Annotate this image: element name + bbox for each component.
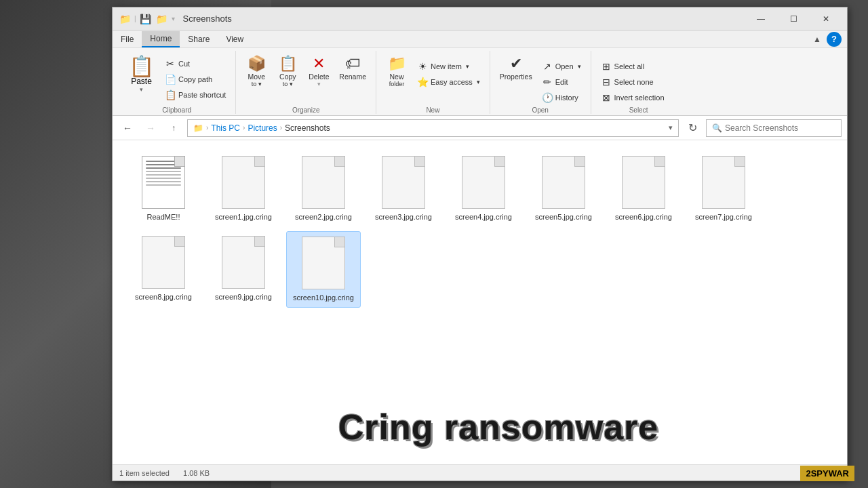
generic-file-icon-9: [222, 236, 265, 289]
delete-button[interactable]: ✕ Delete ▾: [304, 54, 334, 90]
open-items: ✔ Properties ↗ Open ▾ ✏ Edit 🕐 H: [496, 51, 585, 105]
copy-to-sub: to ▾: [283, 81, 293, 87]
new-small-col: ☀ New item ▾ ⭐ Easy access ▾: [413, 56, 484, 89]
new-item-button[interactable]: ☀ New item ▾: [413, 59, 484, 74]
breadcrumb: 📁 › This PC › Pictures › Screenshots ▾: [187, 119, 679, 137]
file-item-7[interactable]: screen7.jpg.cring: [686, 151, 761, 226]
file-name-6: screen6.jpg.cring: [615, 212, 672, 222]
properties-button[interactable]: ✔ Properties: [496, 54, 536, 83]
select-all-button[interactable]: ⊞ Select all: [597, 59, 669, 74]
file-name-0: ReadME!!: [147, 212, 180, 222]
breadcrumb-dropdown[interactable]: ▾: [669, 123, 673, 132]
ribbon-organize-group: 📦 Move to ▾ 📋 Copy to ▾ ✕ Delete ▾ 🏷 Ren…: [236, 51, 376, 114]
select-none-icon: ⊟: [601, 77, 612, 87]
easy-access-button[interactable]: ⭐ Easy access ▾: [413, 75, 484, 89]
file-item-4[interactable]: screen4.jpg.cring: [446, 151, 521, 226]
refresh-button[interactable]: ↻: [683, 119, 702, 137]
new-folder-label: New: [390, 73, 404, 81]
cut-label: Cut: [178, 60, 190, 68]
menu-view[interactable]: View: [218, 32, 252, 47]
help-button[interactable]: ?: [827, 32, 842, 47]
menu-file[interactable]: File: [113, 32, 142, 47]
menu-bar: File Home Share View ▲ ?: [113, 30, 847, 48]
file-name-3: screen3.jpg.cring: [375, 212, 432, 222]
select-none-button[interactable]: ⊟ Select none: [597, 75, 669, 89]
rename-label: Rename: [339, 73, 366, 81]
file-name-8: screen8.jpg.cring: [135, 292, 192, 302]
delete-label: Delete: [309, 73, 329, 81]
cut-icon: ✂: [165, 58, 176, 69]
breadcrumb-screenshots: Screenshots: [285, 123, 330, 133]
title-bar-icons: 📁 | 💾 📁 ▾: [118, 12, 175, 26]
file-icon-10: [296, 236, 351, 290]
file-name-10: screen10.jpg.cring: [293, 293, 354, 302]
breadcrumb-this-pc[interactable]: This PC: [211, 123, 240, 133]
file-item-1[interactable]: screen1.jpg.cring: [206, 151, 281, 226]
open-button[interactable]: ↗ Open ▾: [538, 59, 585, 74]
file-icon-6: [616, 155, 671, 209]
new-folder-button[interactable]: 📁 New folder: [382, 54, 412, 90]
spyware-badge: 2SPYWAR: [800, 466, 854, 481]
ribbon-clipboard-group: 📋 Paste ▾ ✂ Cut 📄 Copy path 📋: [118, 51, 236, 114]
file-icon-8: [136, 235, 191, 289]
title-bar: 📁 | 💾 📁 ▾ Screenshots — ☐ ✕: [113, 7, 847, 30]
file-item-10[interactable]: screen10.jpg.cring: [286, 231, 361, 307]
move-to-sub: to ▾: [252, 81, 262, 87]
copy-to-label: Copy: [279, 73, 296, 81]
organize-group-label: Organize: [241, 105, 370, 114]
search-icon: 🔍: [712, 123, 722, 133]
rename-icon: 🏷: [345, 56, 360, 71]
nav-forward-button[interactable]: →: [141, 119, 160, 137]
search-input[interactable]: [725, 123, 835, 133]
open-dropdown: ▾: [578, 63, 581, 70]
invert-selection-icon: ⊠: [601, 92, 612, 103]
file-item-6[interactable]: screen6.jpg.cring: [606, 151, 681, 226]
file-item-0[interactable]: ReadME!!: [126, 151, 201, 226]
open-small-col: ↗ Open ▾ ✏ Edit 🕐 History: [538, 56, 585, 105]
minimize-button[interactable]: —: [745, 10, 776, 28]
paste-shortcut-button[interactable]: 📋 Paste shortcut: [161, 87, 230, 102]
paste-icon: 📋: [129, 56, 154, 77]
file-name-9: screen9.jpg.cring: [215, 292, 272, 302]
window-controls: — ☐ ✕: [745, 10, 842, 28]
file-item-3[interactable]: screen3.jpg.cring: [366, 151, 441, 226]
nav-back-button[interactable]: ←: [118, 119, 137, 137]
rename-button[interactable]: 🏷 Rename: [335, 54, 370, 83]
file-name-1: screen1.jpg.cring: [215, 212, 272, 222]
title-separator: |: [134, 15, 136, 22]
properties-icon: ✔: [510, 56, 522, 71]
maximize-button[interactable]: ☐: [778, 10, 809, 28]
nav-up-button[interactable]: ↑: [164, 119, 183, 137]
copy-to-button[interactable]: 📋 Copy to ▾: [273, 54, 302, 90]
title-separator-2: ▾: [172, 15, 175, 22]
clipboard-small-col: ✂ Cut 📄 Copy path 📋 Paste shortcut: [161, 54, 230, 102]
file-item-5[interactable]: screen5.jpg.cring: [526, 151, 601, 226]
history-button[interactable]: 🕐 History: [538, 90, 585, 105]
new-item-dropdown: ▾: [466, 63, 469, 70]
edit-button[interactable]: ✏ Edit: [538, 75, 585, 89]
status-size: 1.08 KB: [183, 469, 210, 477]
paste-button[interactable]: 📋 Paste ▾: [123, 54, 159, 96]
file-item-9[interactable]: screen9.jpg.cring: [206, 231, 281, 307]
paste-shortcut-icon: 📋: [165, 89, 176, 100]
folder-icon-2: 📁: [155, 12, 169, 26]
menu-home[interactable]: Home: [142, 31, 180, 47]
invert-selection-button[interactable]: ⊠ Invert selection: [597, 90, 669, 105]
text-line-1: [146, 164, 181, 165]
breadcrumb-pictures[interactable]: Pictures: [248, 123, 277, 133]
generic-file-icon-8: [142, 236, 185, 289]
file-item-2[interactable]: screen2.jpg.cring: [286, 151, 361, 226]
close-button[interactable]: ✕: [810, 10, 842, 28]
ribbon-select-group: ⊞ Select all ⊟ Select none ⊠ Invert sele…: [591, 51, 686, 114]
select-all-icon: ⊞: [601, 61, 612, 72]
move-to-button[interactable]: 📦 Move to ▾: [241, 54, 271, 90]
copy-to-icon: 📋: [279, 56, 297, 71]
ribbon-collapse-icon[interactable]: ▲: [813, 35, 821, 44]
file-item-8[interactable]: screen8.jpg.cring: [126, 231, 201, 307]
move-to-icon: 📦: [248, 56, 266, 71]
copy-path-button[interactable]: 📄 Copy path: [161, 72, 230, 87]
cut-button[interactable]: ✂ Cut: [161, 56, 230, 71]
text-line-7: [146, 184, 181, 186]
text-line-2: [146, 167, 181, 169]
menu-share[interactable]: Share: [180, 32, 218, 47]
